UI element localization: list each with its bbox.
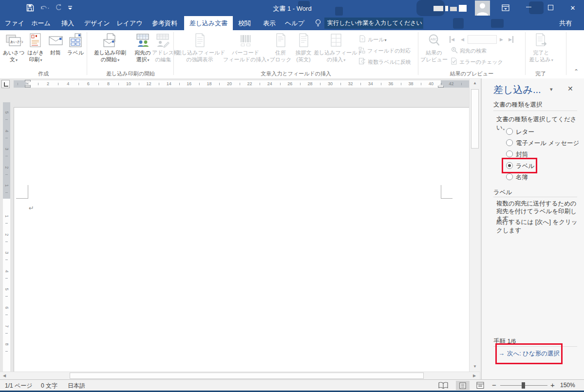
group-label-write-insert-fields: 文章入力とフィールドの挿入 <box>174 70 418 77</box>
scroll-up-arrow[interactable]: ▲ <box>471 80 479 86</box>
horizontal-scroll-thumb[interactable] <box>70 373 424 379</box>
read-mode-button[interactable] <box>438 382 448 389</box>
share-button[interactable]: 共有 <box>559 16 572 30</box>
dropdown-caret-icon: ▾ <box>147 58 149 62</box>
update-labels-icon <box>358 57 366 65</box>
tab-review[interactable]: 校閲 <box>235 16 254 30</box>
customize-qat-button[interactable] <box>68 6 74 11</box>
save-button[interactable] <box>26 3 35 12</box>
document-icon <box>193 33 207 48</box>
ribbon-tab-bar: ファイル ホーム 挿入 デザイン レイアウト 参考資料 差し込み文書 校閲 表示… <box>0 16 584 30</box>
zoom-in-button[interactable]: + <box>550 381 555 389</box>
scroll-right-arrow[interactable]: ▶ <box>471 373 477 379</box>
word-count[interactable]: 0 文字 <box>41 382 57 390</box>
radio-icon <box>506 139 513 146</box>
radio-icon <box>506 173 513 180</box>
left-indent-marker[interactable] <box>25 86 31 88</box>
tab-layout[interactable]: レイアウト <box>116 16 143 30</box>
tab-stop-selector[interactable] <box>1 80 10 88</box>
scroll-left-arrow[interactable]: ◀ <box>1 373 7 379</box>
edit-recipient-list-icon <box>156 33 170 48</box>
start-mail-merge-button[interactable]: 差し込み印刷 の開始▾ <box>90 32 131 69</box>
start-mail-merge-icon <box>103 33 117 48</box>
tab-design[interactable]: デザイン <box>84 16 110 30</box>
vertical-scrollbar[interactable]: ▲ ▼ <box>469 79 480 372</box>
group-label-finish: 完了 <box>526 70 556 77</box>
find-recipient-icon <box>451 46 458 54</box>
document-icon <box>274 33 287 48</box>
tab-home[interactable]: ホーム <box>30 16 52 30</box>
zoom-level[interactable]: 150% <box>560 382 575 389</box>
radio-icon <box>506 128 513 135</box>
envelopes-button[interactable]: 封筒 <box>47 32 64 69</box>
dropdown-caret-icon: ▾ <box>40 58 42 62</box>
zoom-out-button[interactable]: − <box>492 381 496 389</box>
match-fields-icon <box>358 46 366 54</box>
pane-options-caret-icon[interactable]: ▾ <box>550 86 553 93</box>
postcard-print-button[interactable]: はがき 印刷▾ <box>25 32 46 69</box>
ribbon-display-options-button[interactable] <box>502 4 510 12</box>
page-indicator[interactable]: 1/1 ページ <box>5 382 33 390</box>
group-label-start-mail-merge: 差し込み印刷の開始 <box>88 70 173 77</box>
select-recipients-icon <box>135 33 150 48</box>
crop-mark <box>441 198 452 199</box>
ribbon: あいさつ あいさつ 文▾ はがき 印刷▾ 封筒 <box>0 30 584 79</box>
crop-mark <box>16 198 28 199</box>
annotation-highlight-next <box>495 343 563 364</box>
tab-insert[interactable]: 挿入 <box>57 16 78 30</box>
print-layout-button[interactable] <box>456 381 470 390</box>
check-errors-icon <box>451 57 458 65</box>
crop-mark <box>28 185 28 199</box>
labels-button[interactable]: ラベル <box>65 32 86 69</box>
maximize-button[interactable] <box>540 0 562 16</box>
tell-me-box[interactable]: 実行したい作業を入力してください <box>324 18 423 29</box>
close-icon: ✕ <box>570 4 576 12</box>
go-to-record-field <box>468 35 497 44</box>
tell-me-lightbulb-icon <box>315 19 321 28</box>
highlight-merge-fields-button: 差し込みフィールド の強調表示 <box>176 32 223 69</box>
collapse-ribbon-button[interactable]: ⌃ <box>574 68 579 75</box>
first-record-button: ◀ <box>450 36 454 43</box>
greeting-line-button: 挨拶文 (英文) <box>292 32 315 69</box>
finish-merge-icon <box>534 33 548 48</box>
radio-directory[interactable]: 名簿 <box>506 173 528 182</box>
word-window: 文書 1 - Word ✕ ファイル ホーム 挿入 デザイン レイアウト 参考資… <box>0 0 584 392</box>
zoom-slider-thumb[interactable] <box>522 382 525 389</box>
select-recipients-button[interactable]: 宛先の 選択▾ <box>132 32 154 69</box>
minimize-button[interactable] <box>518 0 540 16</box>
svg-text:あいさつ: あいさつ <box>10 40 23 44</box>
radio-letters[interactable]: レター <box>506 128 534 136</box>
tab-help[interactable]: ヘルプ <box>284 16 305 30</box>
page[interactable] <box>14 107 470 372</box>
mail-merge-task-pane: 差し込み... ▾ ✕ 文書の種類を選択 文書の種類を選択してください。 レター… <box>481 78 584 379</box>
preview-results-icon: ABC <box>427 33 441 48</box>
annotation-highlight-labels <box>502 158 537 173</box>
radio-email[interactable]: 電子メール メッセージ <box>506 139 579 148</box>
group-label-create: 作成 <box>0 70 87 77</box>
svg-text:?: ? <box>361 37 364 41</box>
web-layout-button[interactable] <box>476 382 484 389</box>
vertical-ruler: 5432112345678 <box>3 102 10 372</box>
barcode-icon <box>238 33 253 48</box>
dropdown-caret-icon: ▾ <box>16 58 18 62</box>
avatar[interactable] <box>475 0 490 16</box>
tab-view[interactable]: 表示 <box>260 16 279 30</box>
title-bar: 文書 1 - Word ✕ <box>0 0 584 16</box>
scroll-down-arrow[interactable]: ▼ <box>471 364 479 370</box>
tab-file[interactable]: ファイル <box>4 16 25 30</box>
pane-close-button[interactable]: ✕ <box>567 85 573 93</box>
greeting-text-button[interactable]: あいさつ あいさつ 文▾ <box>2 32 25 69</box>
tab-mailings[interactable]: 差し込み文書 <box>184 16 233 30</box>
tab-references[interactable]: 参考資料 <box>149 16 180 30</box>
rules-icon: ? <box>359 35 366 43</box>
horizontal-scrollbar[interactable]: ◀ ▶ <box>0 372 480 379</box>
greeting-card-icon: あいさつ <box>6 33 21 48</box>
radio-icon <box>506 150 513 157</box>
account-name-redacted <box>433 5 472 12</box>
document-icon <box>297 33 310 48</box>
language-indicator[interactable]: 日本語 <box>68 382 85 390</box>
horizontal-ruler: 24681012141618202224262830323436384042 <box>14 80 469 88</box>
close-button[interactable]: ✕ <box>562 0 584 16</box>
vertical-scroll-thumb[interactable] <box>471 89 479 149</box>
dropdown-caret-icon: ▾ <box>551 58 553 62</box>
